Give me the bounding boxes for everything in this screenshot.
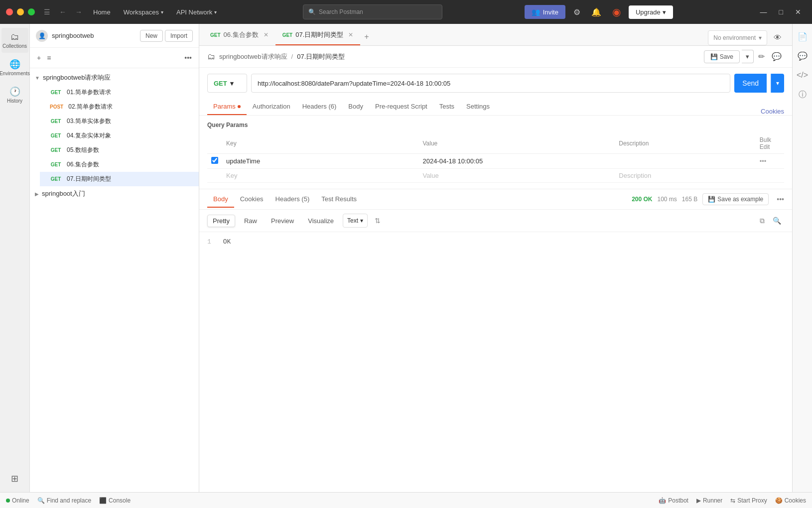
empty-key-cell[interactable]: Key — [222, 169, 418, 183]
right-panel-code-button[interactable]: </> — [793, 67, 812, 84]
sidebar-item-environments[interactable]: 🌐 Environments — [1, 55, 28, 80]
copy-button[interactable]: ⧉ — [757, 215, 768, 227]
resp-tab-cookies[interactable]: Cookies — [234, 191, 270, 208]
param-more-cell[interactable]: ••• — [756, 154, 784, 169]
close-active-tab-icon[interactable]: ✕ — [348, 31, 353, 38]
console-button[interactable]: ⬛ Console — [99, 497, 131, 504]
list-item[interactable]: POST 02.简单参数请求 — [40, 100, 199, 114]
tab-body[interactable]: Body — [342, 99, 369, 115]
api-network-nav[interactable]: API Network ▾ — [172, 6, 221, 18]
panel-header: 👤 springbootweb New Import — [30, 24, 199, 48]
forward-button[interactable]: → — [73, 6, 84, 18]
search-response-button[interactable]: 🔍 — [770, 215, 784, 227]
nav-menu-button[interactable]: ☰ — [42, 6, 52, 18]
online-status[interactable]: Online — [6, 497, 29, 504]
format-preview-button[interactable]: Preview — [266, 215, 299, 227]
empty-check-cell — [207, 169, 222, 183]
list-item[interactable]: GET 04.复杂实体对象 — [40, 128, 199, 143]
format-raw-button[interactable]: Raw — [239, 215, 262, 227]
send-dropdown-button[interactable]: ▾ — [771, 74, 784, 93]
param-checkbox[interactable] — [211, 157, 218, 164]
resp-tab-headers[interactable]: Headers (5) — [270, 191, 316, 208]
response-more-icon[interactable]: ••• — [777, 195, 784, 203]
start-proxy-button[interactable]: ⇆ Start Proxy — [730, 497, 767, 504]
runner-button[interactable]: ▶ Runner — [696, 497, 722, 504]
maximize-button[interactable]: + — [28, 8, 35, 15]
tab-tests[interactable]: Tests — [433, 99, 460, 115]
home-nav[interactable]: Home — [89, 6, 115, 18]
param-desc-cell[interactable] — [615, 154, 755, 169]
import-button[interactable]: Import — [165, 30, 193, 42]
tab-params[interactable]: Params — [207, 99, 247, 115]
send-button[interactable]: Send — [734, 74, 767, 93]
sidebar-item-history[interactable]: 🕐 History — [1, 82, 28, 108]
list-item[interactable]: GET 03.简单实体参数 — [40, 114, 199, 128]
save-example-button[interactable]: 💾 Save as example — [702, 193, 769, 205]
method-select[interactable]: GET ▾ — [207, 74, 247, 93]
action-header: Bulk Edit — [756, 133, 784, 154]
search-bar[interactable]: 🔍 Search Postman — [303, 4, 442, 19]
list-item[interactable]: GET 01.简单参数请求 — [40, 85, 199, 100]
springboot-folder[interactable]: ▶ springboot入门 — [30, 186, 199, 201]
list-item[interactable]: GET 05.数组参数 — [40, 143, 199, 157]
avatar-button[interactable]: ◉ — [609, 3, 624, 21]
param-key-cell[interactable]: updateTime — [222, 154, 418, 169]
notifications-button[interactable]: 🔔 — [588, 4, 604, 20]
param-value-cell[interactable]: 2024-04-18 10:00:05 — [418, 154, 615, 169]
workspaces-nav[interactable]: Workspaces ▾ — [120, 6, 167, 18]
sort-icon[interactable]: ⇅ — [372, 215, 384, 227]
win-minimize-button[interactable]: — — [755, 6, 772, 18]
param-check-cell[interactable] — [207, 154, 222, 169]
more-options-button[interactable]: ••• — [182, 52, 194, 64]
close-tab-icon[interactable]: ✕ — [264, 31, 269, 38]
tab-pre-request[interactable]: Pre-request Script — [369, 99, 433, 115]
win-close-button[interactable]: ✕ — [790, 6, 806, 18]
cookies-status-button[interactable]: 🍪 Cookies — [775, 497, 806, 504]
minimize-button[interactable]: − — [17, 8, 24, 15]
save-button[interactable]: 💾 Save — [704, 50, 740, 63]
edit-button[interactable]: ✏ — [756, 49, 767, 64]
close-button[interactable]: × — [6, 8, 13, 15]
right-panel-docs-button[interactable]: 📄 — [794, 28, 812, 45]
add-tab-button[interactable]: + — [360, 28, 373, 45]
resp-tab-test-results[interactable]: Test Results — [315, 191, 363, 208]
format-pretty-button[interactable]: Pretty — [207, 215, 235, 227]
os-window-controls: — □ ✕ — [755, 6, 806, 18]
format-visualize-button[interactable]: Visualize — [303, 215, 339, 227]
settings-button[interactable]: ⚙ — [570, 4, 583, 20]
tab-settings[interactable]: Settings — [460, 99, 496, 115]
resp-tab-body[interactable]: Body — [207, 191, 234, 208]
win-maximize-button[interactable]: □ — [774, 6, 788, 18]
bulk-edit-link[interactable]: Bulk Edit — [760, 136, 771, 150]
sidebar-item-more[interactable]: ⊞ — [1, 469, 28, 488]
empty-value-cell[interactable]: Value — [418, 169, 615, 183]
right-panel-info-button[interactable]: ⓘ — [795, 86, 811, 104]
add-collection-button[interactable]: + — [35, 52, 43, 64]
find-replace-button[interactable]: 🔍 Find and replace — [37, 497, 91, 504]
list-item[interactable]: GET 06.集合参数 — [40, 157, 199, 172]
filter-button[interactable]: ≡ — [45, 52, 53, 64]
tab-06[interactable]: GET 06.集合参数 ✕ — [203, 25, 275, 45]
cookies-link[interactable]: Cookies — [761, 108, 784, 115]
tab-07[interactable]: GET 07.日期时间类型 ✕ — [275, 25, 361, 45]
collection-folder[interactable]: ▼ springbootweb请求响应 — [30, 70, 199, 85]
right-panel-comments-button[interactable]: 💬 — [794, 47, 812, 65]
url-input[interactable] — [251, 74, 730, 93]
invite-button[interactable]: 👥 Invite — [525, 5, 565, 19]
save-dropdown-button[interactable]: ▾ — [742, 50, 754, 63]
tab-headers[interactable]: Headers (6) — [296, 99, 343, 115]
postbot-button[interactable]: 🤖 Postbot — [659, 497, 688, 504]
comment-button[interactable]: 💬 — [769, 49, 784, 64]
empty-desc-cell[interactable]: Description — [615, 169, 755, 183]
format-type-select[interactable]: Text ▾ — [343, 214, 368, 228]
tab-authorization[interactable]: Authorization — [247, 99, 296, 115]
list-item-active[interactable]: GET 07.日期时间类型 — [40, 172, 199, 186]
new-button[interactable]: New — [140, 30, 163, 42]
param-more-dots-icon[interactable]: ••• — [760, 157, 767, 165]
environment-select[interactable]: No environment ▾ — [708, 30, 767, 45]
back-button[interactable]: ← — [57, 6, 68, 18]
sidebar-item-collections[interactable]: 🗂 Collections — [1, 28, 28, 53]
cookies-icon: 🍪 — [775, 497, 783, 504]
env-settings-icon[interactable]: 👁 — [771, 31, 784, 45]
upgrade-button[interactable]: Upgrade ▾ — [629, 5, 673, 19]
